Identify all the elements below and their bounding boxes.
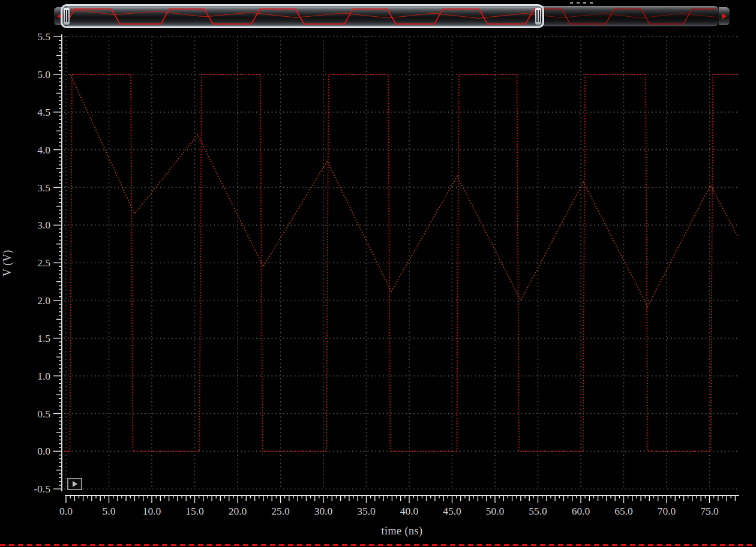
svg-text:55.0: 55.0 — [529, 505, 547, 517]
trace-1 — [70, 74, 738, 306]
svg-text:-0.5: -0.5 — [34, 483, 50, 495]
svg-text:1.5: 1.5 — [37, 332, 50, 344]
svg-text:10.0: 10.0 — [143, 505, 161, 517]
svg-text:75.0: 75.0 — [700, 505, 719, 517]
svg-text:4.5: 4.5 — [37, 106, 50, 118]
svg-text:2.5: 2.5 — [37, 257, 50, 269]
svg-text:65.0: 65.0 — [614, 505, 633, 517]
chart-svg: 5.55.04.54.03.53.02.52.01.51.00.50.0-0.5… — [0, 0, 756, 547]
svg-text:45.0: 45.0 — [443, 505, 461, 517]
svg-text:25.0: 25.0 — [271, 505, 290, 517]
strip-play-button[interactable] — [67, 478, 82, 490]
svg-text:35.0: 35.0 — [357, 505, 376, 517]
x-tick-labels: 0.05.010.015.020.025.030.035.040.045.050… — [59, 505, 719, 517]
svg-text:15.0: 15.0 — [185, 505, 204, 517]
grid — [64, 37, 738, 489]
svg-text:5.0: 5.0 — [103, 505, 116, 517]
y-tick-labels: 5.55.04.54.03.53.02.52.01.51.00.50.0-0.5 — [34, 31, 50, 495]
svg-text:3.0: 3.0 — [37, 219, 50, 231]
y-axis-title: V (V) — [1, 233, 14, 293]
svg-text:5.5: 5.5 — [37, 31, 50, 43]
svg-text:5.0: 5.0 — [37, 68, 50, 80]
selection-marquee-line — [0, 544, 756, 546]
x-axis-ruler — [65, 495, 739, 503]
svg-text:60.0: 60.0 — [572, 505, 590, 517]
svg-text:40.0: 40.0 — [400, 505, 419, 517]
svg-text:4.0: 4.0 — [37, 144, 50, 156]
svg-text:20.0: 20.0 — [229, 505, 247, 517]
y-axis-ruler — [53, 34, 62, 491]
svg-text:0.0: 0.0 — [37, 445, 50, 457]
svg-text:3.5: 3.5 — [37, 182, 50, 194]
x-axis-title: time (ns) — [0, 525, 756, 537]
svg-text:70.0: 70.0 — [658, 505, 676, 517]
svg-text:0.0: 0.0 — [59, 505, 73, 517]
svg-text:2.0: 2.0 — [37, 294, 50, 306]
plot-canvas[interactable]: 5.55.04.54.03.53.02.52.01.51.00.50.0-0.5… — [0, 0, 756, 547]
svg-text:50.0: 50.0 — [486, 505, 505, 517]
waveform-viewer-window: 5.55.04.54.03.53.02.52.01.51.00.50.0-0.5… — [0, 0, 756, 547]
svg-text:30.0: 30.0 — [314, 505, 333, 517]
svg-text:0.5: 0.5 — [37, 408, 50, 420]
svg-text:1.0: 1.0 — [37, 370, 50, 382]
play-icon — [73, 481, 77, 487]
